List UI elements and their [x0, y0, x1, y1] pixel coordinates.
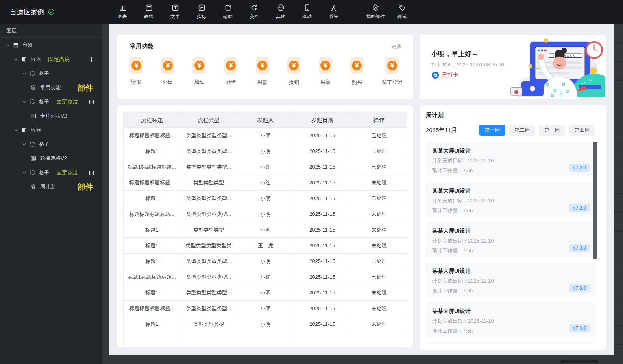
table-row[interactable]: 标题1类型类型类型类型类王二虎2025-11-15未处理	[124, 238, 408, 254]
plan-due-date: 计划完成日期：2025-11-10	[432, 237, 590, 245]
toolbar-item[interactable]: 我的部件	[363, 4, 388, 20]
toolbar-item[interactable]: 表格	[137, 4, 161, 20]
plan-card[interactable]: 某某大屏UI设计 计划完成日期：2025-11-10 预计工作量：7.5h v7…	[426, 142, 596, 176]
chevron-down-icon[interactable]	[22, 72, 26, 76]
layer-tree-item[interactable]: 格子 固定宽度	[0, 95, 102, 109]
yen-circle-icon	[351, 60, 362, 71]
size-mode-tag: 固定宽度	[56, 169, 78, 176]
canvas-horizontal-scrollbar[interactable]	[560, 360, 598, 363]
toolbar-item[interactable]: 指标	[189, 4, 214, 20]
clocked-in-label: 已打卡	[442, 72, 458, 79]
table-cell: 2025-11-15	[294, 269, 351, 285]
table-cell: 小红	[237, 269, 294, 285]
app-title-area: 自适应案例	[10, 0, 55, 24]
plan-card[interactable]: 某某大屏UI设计 计划完成日期：2025-11-10 预计工作量：7.5h v7…	[426, 302, 596, 337]
plan-card[interactable]: 某某大屏UI设计 计划完成日期：2025-11-10 预计工作量：7.5h v7…	[426, 222, 596, 257]
quick-action[interactable]: 加班	[192, 57, 206, 86]
more-link[interactable]: 更多	[391, 43, 401, 50]
toolbar-item[interactable]: 其他	[268, 4, 293, 20]
toolbar-item[interactable]: 系统	[321, 4, 346, 20]
quick-action-tile	[192, 57, 206, 74]
plan-card[interactable]: 某某大屏UI设计 计划完成日期：2025-11-10 预计工作量：7.5h v7…	[426, 182, 596, 217]
widget-tag: 部件	[78, 182, 93, 192]
chevron-down-icon[interactable]	[22, 171, 26, 175]
version-badge: v7.2.0	[569, 204, 590, 212]
layer-tree-item[interactable]: 常用功能 部件	[0, 81, 102, 95]
toolbar-item[interactable]: 测试	[390, 4, 414, 20]
plan-due-date: 计划完成日期：2025-11-10	[432, 197, 590, 204]
plan-list: 某某大屏UI设计 计划完成日期：2025-11-10 预计工作量：7.5h v7…	[420, 142, 606, 344]
quick-action-tile	[350, 57, 364, 74]
table-cell: 小明	[237, 222, 294, 238]
table-cell: 类型类型类型	[180, 175, 237, 191]
table-row[interactable]: 标题1标题标题标题...类型类型类型类型...小红2025-11-15已处理	[124, 269, 408, 285]
layer-tree-item[interactable]: 轮播表格V2	[0, 151, 102, 165]
week-tab[interactable]: 第三周	[539, 125, 565, 136]
quick-action[interactable]: 购买	[350, 57, 364, 86]
layer-tree-item[interactable]: 格子 固定宽度	[0, 165, 102, 180]
layer-tree-item[interactable]: 卡片列表V2	[0, 109, 102, 123]
toolbar-item[interactable]: 辅助	[216, 4, 240, 20]
widget-tag: 部件	[78, 83, 93, 93]
toolbar-item[interactable]: 交互	[242, 4, 266, 20]
table-cell: 未处理	[351, 206, 407, 222]
indicator-icon	[198, 4, 206, 12]
week-plan-title: 周计划	[420, 105, 606, 119]
table-cell: 标题1	[124, 316, 180, 332]
table-row[interactable]: 标题1类型类型类型类型...小明2025-11-15已处理	[124, 191, 408, 206]
layer-tree-item[interactable]: 容器 固定高度	[0, 52, 102, 66]
table-row[interactable]: 标题标题标题标题...类型类型类型类型...小明2025-11-15未处理	[124, 301, 408, 316]
layer-label: 容器	[31, 56, 41, 63]
plan-card[interactable]	[426, 342, 596, 344]
toolbar-item[interactable]: 图表	[110, 4, 135, 20]
week-tab[interactable]: 第四周	[569, 125, 595, 136]
table-row[interactable]: 标题标题标题标题...类型类型类型小红2025-11-15未处理	[124, 175, 408, 191]
process-table-card: 流程标题流程类型发起人发起日期操作 标题标题标题标题...类型类型类型类型...…	[117, 105, 413, 348]
week-tab[interactable]: 第一周	[479, 125, 505, 136]
chevron-down-icon[interactable]	[6, 43, 10, 48]
table-row[interactable]: 标题1标题标题标题...类型类型类型类型...小红2025-11-15已处理	[124, 159, 408, 175]
layer-tree-item[interactable]: 周计划 部件	[0, 180, 102, 194]
quick-action[interactable]: 私车登记	[382, 57, 402, 86]
table-row[interactable]: 标题1类型类型类型类型...小明2025-11-15已处理	[124, 143, 408, 159]
layer-tree-item[interactable]: 容器	[0, 38, 102, 52]
table-row[interactable]: 标题1类型类型类型小明2025-11-15未处理	[124, 222, 408, 238]
chevron-down-icon[interactable]	[22, 100, 26, 104]
quick-action[interactable]: 报销	[287, 57, 301, 86]
quick-action[interactable]: 用章	[319, 57, 332, 86]
table-row[interactable]: 标题标题标题标题...类型类型类型类型...小明2025-11-15未处理	[124, 206, 408, 222]
table-row[interactable]: 标题1类型类型类型类型...小明2025-11-15已处理	[124, 254, 408, 269]
plan-title: 某某大屏UI设计	[432, 268, 590, 275]
layer-tree-item[interactable]: 格子	[0, 137, 102, 151]
week-tab[interactable]: 第二周	[509, 125, 535, 136]
quick-action[interactable]: 用款	[256, 57, 269, 86]
layer-tree-item[interactable]: 容器	[0, 123, 102, 137]
table-row[interactable]: 标题标题标题标题...类型类型类型类型...小明2025-11-15已处理	[124, 128, 408, 143]
table-row[interactable]: 标题1类型类型类型类型...小明2025-11-15未处理	[124, 285, 408, 301]
chevron-down-icon[interactable]	[22, 142, 26, 147]
quick-action[interactable]: 外出	[161, 57, 174, 86]
chevron-down-icon[interactable]	[14, 128, 18, 132]
plan-card[interactable]: 某某大屏UI设计 计划完成日期：2025-11-10 预计工作量：7.5h v7…	[426, 262, 596, 297]
bar-chart-icon	[118, 4, 127, 12]
more-icon	[277, 4, 285, 12]
layer-label: 常用功能	[40, 84, 61, 91]
layer-tree-item[interactable]: 格子	[0, 66, 102, 81]
grid-cell-icon	[29, 141, 35, 147]
quick-action[interactable]: 补卡	[224, 57, 237, 86]
quick-action-label: 请假	[131, 79, 141, 86]
table-row[interactable]: 标题1类型类型类型小明2025-11-15未处理	[124, 316, 408, 332]
quick-action[interactable]: 请假	[129, 57, 143, 86]
editor-workspace: 常用功能 更多 请假 外出	[102, 24, 623, 364]
toolbar-item[interactable]: 文字	[163, 4, 187, 20]
table-row[interactable]	[124, 332, 408, 348]
table-cell: 未处理	[351, 238, 407, 254]
plan-list-scrollbar[interactable]	[593, 142, 597, 259]
version-badge: v7.3.0	[569, 284, 590, 292]
table-cell	[351, 332, 407, 348]
toolbar-item[interactable]: 移动	[295, 4, 319, 20]
layer-label: 卡片列表V2	[40, 112, 67, 119]
mobile-icon	[303, 4, 311, 12]
chevron-down-icon[interactable]	[14, 57, 18, 62]
widget-layers-icon	[30, 184, 37, 190]
